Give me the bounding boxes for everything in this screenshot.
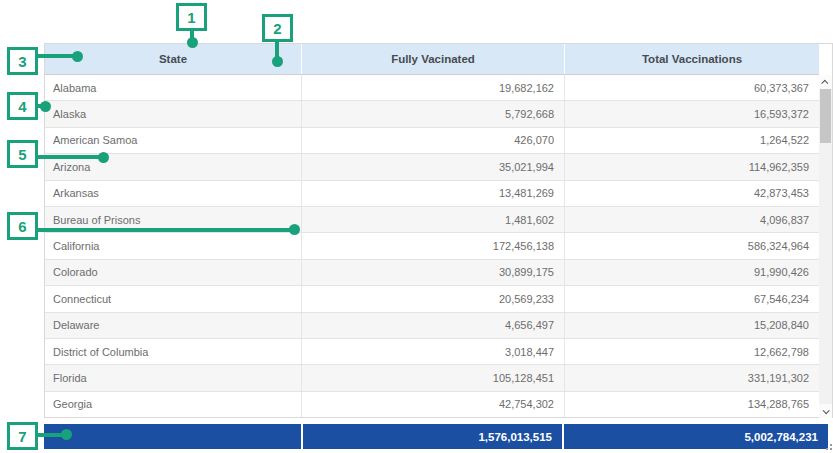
table-row[interactable]: Delaware 4,656,497 15,208,840 [45, 313, 819, 339]
table-header-row: State Fully Vacinated Total Vaccinations [45, 44, 819, 75]
callout-anchor-dot [72, 51, 83, 62]
cell-fully-vacinated: 3,018,447 [301, 339, 564, 364]
cell-fully-vacinated: 426,070 [301, 128, 564, 153]
callout-anchor-dot [98, 152, 109, 163]
resize-grip-icon[interactable] [826, 444, 832, 450]
table-body: Alabama 19,682,162 60,373,367 Alaska 5,7… [45, 75, 819, 417]
table-row[interactable]: Florida 105,128,451 331,191,302 [45, 365, 819, 391]
callout-anchor-dot [61, 429, 72, 440]
callout-connector-line [37, 155, 101, 159]
table-row[interactable]: Georgia 42,754,302 134,288,765 [45, 392, 819, 417]
cell-total-vaccinations: 67,546,234 [564, 286, 819, 311]
cell-fully-vacinated: 105,128,451 [301, 365, 564, 390]
cell-fully-vacinated: 1,481,602 [301, 207, 564, 232]
callout-anchor-dot [187, 37, 198, 48]
chevron-up-icon [821, 79, 828, 86]
cell-state: Colorado [45, 260, 301, 285]
totals-row: 1,576,013,515 5,002,784,231 [44, 424, 828, 449]
cell-state: Arkansas [45, 181, 301, 206]
callout-anchor-dot [272, 56, 283, 67]
cell-state: Connecticut [45, 286, 301, 311]
table-row[interactable]: California 172,456,138 586,324,964 [45, 233, 819, 259]
cell-fully-vacinated: 13,481,269 [301, 181, 564, 206]
callout-connector-line [37, 433, 64, 437]
vertical-scrollbar[interactable] [819, 75, 832, 418]
cell-total-vaccinations: 12,662,798 [564, 339, 819, 364]
column-header-fully-vacinated[interactable]: Fully Vacinated [301, 44, 564, 74]
cell-total-vaccinations: 16,593,372 [564, 101, 819, 126]
scroll-up-button[interactable] [819, 75, 832, 89]
callout-number-badge: 5 [7, 140, 38, 168]
callout-anchor-dot [40, 101, 51, 112]
column-header-state[interactable]: State [45, 44, 301, 74]
cell-total-vaccinations: 4,096,837 [564, 207, 819, 232]
totals-total-vaccinations: 5,002,784,231 [562, 424, 828, 449]
cell-state: Alaska [45, 101, 301, 126]
cell-total-vaccinations: 134,288,765 [564, 392, 819, 417]
cell-fully-vacinated: 30,899,175 [301, 260, 564, 285]
table-row[interactable]: District of Columbia 3,018,447 12,662,79… [45, 339, 819, 365]
cell-fully-vacinated: 5,792,668 [301, 101, 564, 126]
cell-state: Delaware [45, 313, 301, 338]
cell-total-vaccinations: 60,373,367 [564, 75, 819, 100]
callout-number-badge: 2 [262, 14, 293, 42]
table-row[interactable]: American Samoa 426,070 1,264,522 [45, 128, 819, 154]
table-row[interactable]: Arkansas 13,481,269 42,873,453 [45, 181, 819, 207]
cell-fully-vacinated: 19,682,162 [301, 75, 564, 100]
cell-total-vaccinations: 1,264,522 [564, 128, 819, 153]
callout-number-badge: 7 [7, 422, 38, 450]
cell-total-vaccinations: 91,990,426 [564, 260, 819, 285]
cell-state: California [45, 233, 301, 258]
scrollbar-thumb[interactable] [820, 89, 831, 143]
cell-fully-vacinated: 20,569,233 [301, 286, 564, 311]
cell-total-vaccinations: 15,208,840 [564, 313, 819, 338]
cell-fully-vacinated: 42,754,302 [301, 392, 564, 417]
table-row[interactable]: Alaska 5,792,668 16,593,372 [45, 101, 819, 127]
callout-connector-line [37, 54, 77, 58]
cell-state: District of Columbia [45, 339, 301, 364]
cell-total-vaccinations: 331,191,302 [564, 365, 819, 390]
totals-fully-vacinated: 1,576,013,515 [301, 424, 562, 449]
callout-number-badge: 6 [7, 212, 38, 240]
cell-fully-vacinated: 172,456,138 [301, 233, 564, 258]
callout-connector-line [37, 228, 292, 232]
callout-number-badge: 3 [7, 47, 38, 75]
chevron-down-icon [823, 407, 830, 414]
cell-total-vaccinations: 42,873,453 [564, 181, 819, 206]
callout-number-badge: 1 [176, 3, 207, 31]
scroll-down-button[interactable] [819, 404, 832, 418]
screenshot-canvas: State Fully Vacinated Total Vaccinations… [0, 0, 833, 453]
callout-number-badge: 4 [7, 92, 38, 120]
callout-anchor-dot [289, 224, 300, 235]
table-row[interactable]: Connecticut 20,569,233 67,546,234 [45, 286, 819, 312]
table-row[interactable]: Alabama 19,682,162 60,373,367 [45, 75, 819, 101]
table-row[interactable]: Arizona 35,021,994 114,962,359 [45, 154, 819, 180]
cell-total-vaccinations: 586,324,964 [564, 233, 819, 258]
table-row[interactable]: Colorado 30,899,175 91,990,426 [45, 260, 819, 286]
cell-state: Florida [45, 365, 301, 390]
cell-fully-vacinated: 4,656,497 [301, 313, 564, 338]
column-header-total-vaccinations[interactable]: Total Vaccinations [564, 44, 819, 74]
cell-state: Alabama [45, 75, 301, 100]
totals-state-cell [44, 424, 301, 449]
cell-fully-vacinated: 35,021,994 [301, 154, 564, 179]
cell-state: American Samoa [45, 128, 301, 153]
cell-state: Georgia [45, 392, 301, 417]
cell-total-vaccinations: 114,962,359 [564, 154, 819, 179]
